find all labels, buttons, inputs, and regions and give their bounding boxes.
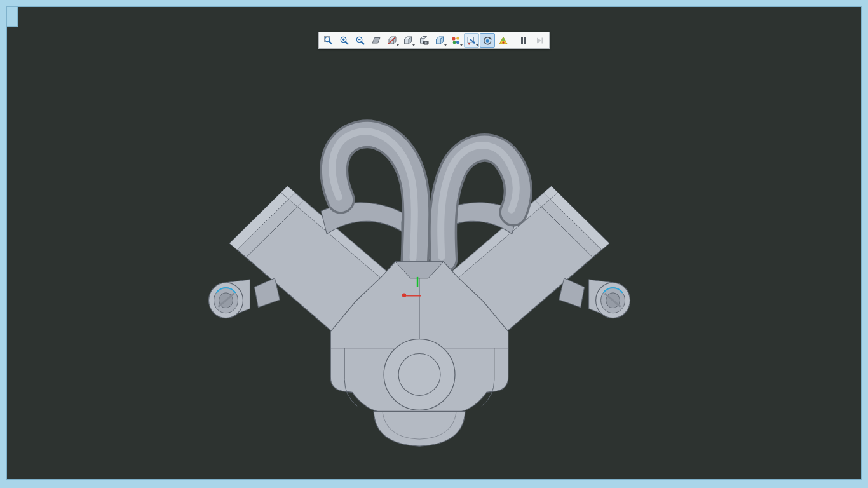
right-side-mount[interactable] [559, 278, 630, 318]
window-corner-tab [7, 7, 18, 27]
edit-appearance-icon [451, 36, 461, 46]
zoom-out-icon [355, 36, 365, 46]
display-style-button[interactable] [432, 33, 447, 48]
view-face-button[interactable] [369, 33, 384, 48]
zoom-to-fit-button[interactable] [321, 33, 336, 48]
heads-up-toolbar [318, 32, 550, 49]
display-style-icon [435, 36, 445, 46]
oil-pan-bell [374, 411, 465, 446]
view-settings-icon [466, 36, 477, 46]
zoom-in-icon [339, 36, 349, 46]
view-face-icon [371, 36, 381, 46]
zoom-in-button[interactable] [337, 33, 352, 48]
capture-3d-view-button[interactable] [416, 33, 431, 48]
view-orientation-icon [403, 36, 413, 46]
analysis-button[interactable] [496, 33, 511, 48]
crankcase[interactable] [330, 339, 508, 447]
pause-icon [519, 36, 529, 46]
play-icon [534, 36, 545, 46]
view-settings-button[interactable] [464, 33, 479, 48]
section-view-button[interactable] [384, 33, 400, 48]
section-view-icon [387, 36, 397, 46]
rotate-icon [482, 36, 492, 46]
zoom-out-button[interactable] [353, 33, 368, 48]
edit-appearance-button[interactable] [448, 33, 463, 48]
left-side-mount[interactable] [209, 278, 280, 318]
engine-assembly[interactable] [209, 132, 630, 446]
model-canvas[interactable] [7, 7, 861, 479]
graphics-viewport[interactable] [6, 6, 862, 480]
capture-3d-view-icon [419, 36, 429, 46]
rotation-center-dot [402, 294, 406, 297]
rotate-button[interactable] [480, 33, 495, 48]
view-orientation-button[interactable] [400, 33, 416, 48]
crankshaft-bore[interactable] [384, 339, 455, 410]
app-window [0, 0, 868, 488]
pause-button[interactable] [516, 33, 531, 48]
play-button [532, 33, 547, 48]
analysis-icon [498, 36, 508, 46]
zoom-to-fit-icon [323, 36, 334, 46]
